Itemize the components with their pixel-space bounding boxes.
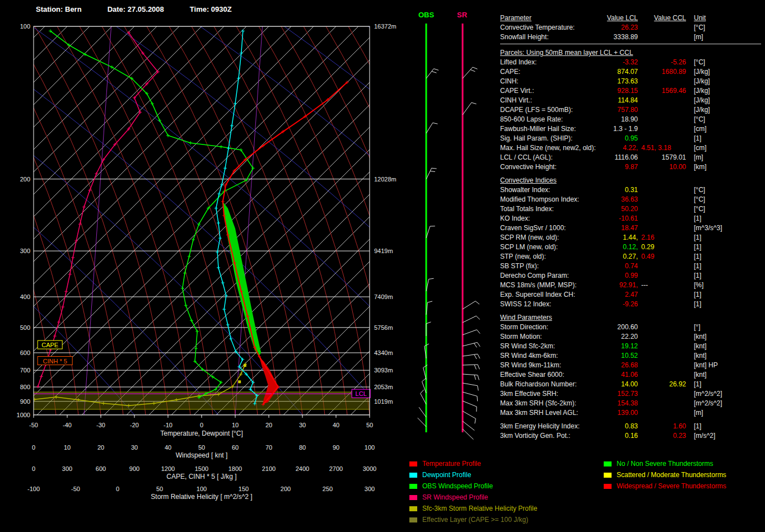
param-label: Fawbush-Miller Hail Size: (500, 124, 607, 134)
param-value: 0.95 (625, 134, 638, 142)
param-label: Exp. Supercell Index CH: (500, 290, 607, 300)
altitude-label: 7409m (374, 293, 393, 300)
param-value: 4.51, (641, 144, 656, 152)
param-value: 0.16 (625, 432, 638, 440)
param-unit: [1] (686, 242, 761, 252)
param-value: 1569.46 (662, 87, 686, 95)
legend-swatch (409, 484, 417, 489)
cape-axis: 03006009001200150018002100240027003000CA… (32, 465, 376, 480)
svg-text:20: 20 (265, 422, 272, 428)
param-row: CINH:173.63[J/kg] (500, 77, 761, 86)
param-label: Convective Temperature: (500, 23, 607, 32)
param-label: KO Index: (500, 214, 607, 223)
legend-label: OBS Windspeed Profile (422, 482, 493, 490)
param-value: 14.00 (621, 380, 638, 388)
title-bar: Station: BernDate: 27.05.2008Time: 0930Z (36, 5, 258, 13)
param-value: 36.63 (621, 195, 638, 203)
param-label: LCL / CCL (AGL): (500, 153, 607, 162)
param-unit: [J/kg] (686, 86, 761, 96)
pressure-tick-label: 700 (20, 367, 30, 374)
param-unit: [1] (686, 271, 761, 281)
param-label: CAPE Virt.: (500, 86, 607, 96)
svg-text:Temperature, Dewpoint [°C]: Temperature, Dewpoint [°C] (160, 430, 243, 437)
param-unit: [1] (686, 134, 761, 143)
svg-text:-100: -100 (27, 486, 40, 492)
chart-annotation: LCL (352, 389, 370, 398)
column-header: Value LCL (607, 14, 638, 22)
svg-text:2400: 2400 (296, 465, 309, 472)
column-header: Unit (694, 14, 706, 22)
param-unit: [°] (686, 323, 761, 332)
param-value: 0.83 (625, 422, 638, 430)
param-row: Storm Direction:200.60[°] (500, 323, 761, 332)
legend-swatch (409, 473, 417, 478)
svg-text:-40: -40 (63, 422, 72, 428)
obs-column-label: OBS (418, 11, 434, 19)
param-unit: [knt] (686, 351, 761, 361)
param-value: 26.23 (621, 24, 638, 31)
param-row: MCS 18m/s (MMP, MSP):92.91,---[%] (500, 281, 761, 290)
param-label: SR Wind 9km-11km: (500, 361, 607, 370)
svg-text:CINH * 5: CINH * 5 (43, 358, 67, 365)
param-value: 0.31 (625, 186, 638, 194)
param-row: Effective Shear 6000:41.06[knt] (500, 370, 761, 380)
svg-text:150: 150 (239, 486, 249, 492)
title-segment-0: Station: Bern (36, 5, 82, 13)
param-unit: [m] (686, 153, 761, 162)
param-row: Max 3km SRH (Sfc-2km):154.38[m^2/s^2] (500, 399, 761, 408)
param-row: 3km Energy Helicity Index:0.831.60[1] (500, 422, 761, 431)
param-unit: [°C] (686, 195, 761, 204)
legend-swatch (604, 484, 612, 489)
param-unit: [1] (686, 233, 761, 242)
param-unit: [°C] (686, 115, 761, 124)
profile-legend: Temperature ProfileDewpoint ProfileOBS W… (409, 458, 537, 525)
svg-text:10: 10 (232, 422, 239, 428)
param-row: Max. Hail Size (new, new2, old):4.22,4.5… (500, 143, 761, 153)
param-value: 9.87 (625, 163, 638, 171)
altitude-label: 1019m (374, 398, 393, 405)
param-value: 41.06 (621, 371, 638, 379)
param-label: SCP LM (new, old): (500, 242, 607, 252)
param-row: SR Wind 9km-11km:26.68[knt] HP (500, 361, 761, 370)
param-value: 0.12, (623, 243, 638, 251)
param-label: Total Totals Index: (500, 204, 607, 214)
param-label: Craven SigSvr / 1000: (500, 223, 607, 233)
param-unit: [m^2/s^2] (686, 399, 761, 408)
svg-text:Storm Relative Helicity [ m^2: Storm Relative Helicity [ m^2/s^2 ] (151, 493, 252, 501)
param-unit: [m^2/s^2] (686, 389, 761, 399)
pressure-tick-label: 1000 (17, 412, 30, 418)
param-value: 92.91, (619, 281, 638, 289)
param-value: 3338.89 (614, 33, 638, 41)
legend-label: Effective Layer (CAPE >= 100 J/kg) (422, 516, 528, 524)
param-value: 19.12 (621, 342, 638, 350)
altitude-label: 5756m (374, 324, 393, 331)
legend-label: Sfc-3km Storm Relative Helicity Profile (422, 505, 537, 512)
param-unit: [1] (686, 252, 761, 262)
param-value: 2.16 (641, 234, 654, 241)
param-unit: [m^3/s^3] (686, 223, 761, 233)
svg-text:-50: -50 (71, 486, 80, 492)
altitude-label: 12028m (374, 176, 397, 183)
param-unit: [°C] (686, 185, 761, 195)
param-label: Storm Motion: (500, 332, 607, 342)
param-unit: [m] (686, 408, 761, 418)
svg-text:80: 80 (299, 444, 306, 451)
param-value: 173.63 (617, 77, 638, 85)
pressure-tick-label: 800 (20, 384, 30, 390)
param-value: -10.61 (619, 214, 638, 222)
param-row: CAPE Virt.:928.151569.46[J/kg] (500, 86, 761, 96)
svg-text:30: 30 (131, 444, 138, 451)
param-value: 200.60 (617, 323, 638, 331)
sounding-app: CAPECINH * 5LCL1002003004005006007008009… (0, 0, 765, 532)
temperature-axis: -50-40-30-20-1001020304050Temperature, D… (29, 422, 373, 437)
legend-swatch (604, 461, 612, 466)
param-label: Storm Direction: (500, 323, 607, 332)
param-value: --- (641, 281, 648, 289)
param-value: 26.68 (621, 361, 638, 369)
legend-swatch (409, 517, 417, 522)
svg-text:0: 0 (32, 465, 35, 472)
param-unit: [1] (686, 300, 761, 309)
param-label: Modified Thompson Index: (500, 195, 607, 204)
param-unit: [J/kg] (686, 96, 761, 105)
pressure-tick-label: 100 (20, 23, 30, 30)
